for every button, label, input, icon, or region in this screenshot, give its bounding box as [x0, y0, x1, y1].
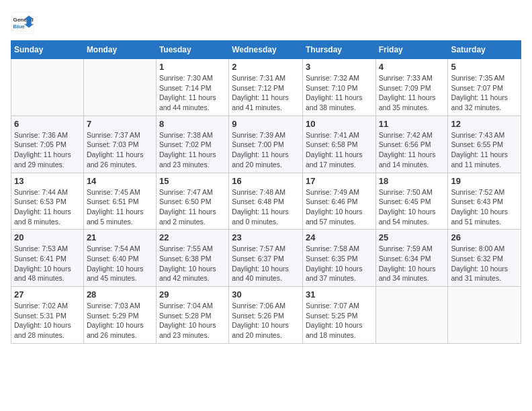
calendar-cell [83, 59, 156, 116]
svg-text:Blue: Blue [13, 24, 26, 30]
calendar-cell: 4Sunrise: 7:33 AM Sunset: 7:09 PM Daylig… [375, 59, 448, 116]
day-info: Sunrise: 7:55 AM Sunset: 6:38 PM Dayligh… [159, 244, 226, 283]
calendar-week-2: 6Sunrise: 7:36 AM Sunset: 7:05 PM Daylig… [11, 116, 521, 173]
day-number: 30 [232, 289, 300, 300]
day-info: Sunrise: 7:44 AM Sunset: 6:53 PM Dayligh… [14, 187, 81, 227]
calendar-cell: 26Sunrise: 8:00 AM Sunset: 6:32 PM Dayli… [448, 230, 521, 287]
calendar-body: 1Sunrise: 7:30 AM Sunset: 7:14 PM Daylig… [11, 59, 521, 344]
day-info: Sunrise: 7:30 AM Sunset: 7:14 PM Dayligh… [159, 73, 226, 113]
day-info: Sunrise: 7:42 AM Sunset: 6:56 PM Dayligh… [379, 130, 445, 170]
calendar-cell: 11Sunrise: 7:42 AM Sunset: 6:56 PM Dayli… [375, 116, 448, 173]
day-info: Sunrise: 7:59 AM Sunset: 6:34 PM Dayligh… [379, 244, 445, 283]
day-number: 10 [306, 119, 373, 129]
calendar-table: SundayMondayTuesdayWednesdayThursdayFrid… [11, 40, 521, 344]
day-number: 13 [14, 176, 81, 186]
calendar-cell: 21Sunrise: 7:54 AM Sunset: 6:40 PM Dayli… [83, 230, 156, 287]
calendar-cell: 5Sunrise: 7:35 AM Sunset: 7:07 PM Daylig… [448, 59, 521, 116]
calendar-cell: 12Sunrise: 7:43 AM Sunset: 6:55 PM Dayli… [448, 116, 521, 173]
day-info: Sunrise: 7:47 AM Sunset: 6:50 PM Dayligh… [159, 187, 226, 227]
day-info: Sunrise: 7:03 AM Sunset: 5:29 PM Dayligh… [87, 301, 153, 340]
day-info: Sunrise: 7:06 AM Sunset: 5:26 PM Dayligh… [232, 301, 300, 340]
day-info: Sunrise: 7:32 AM Sunset: 7:10 PM Dayligh… [306, 73, 373, 113]
day-number: 16 [232, 176, 300, 186]
day-info: Sunrise: 7:37 AM Sunset: 7:03 PM Dayligh… [87, 130, 153, 170]
calendar-cell: 9Sunrise: 7:39 AM Sunset: 7:00 PM Daylig… [229, 116, 303, 173]
logo-icon: General Blue [11, 11, 35, 35]
day-number: 28 [87, 289, 153, 300]
day-number: 29 [159, 289, 226, 300]
day-info: Sunrise: 7:07 AM Sunset: 5:25 PM Dayligh… [306, 301, 373, 340]
calendar-cell [448, 287, 521, 344]
calendar-cell: 1Sunrise: 7:30 AM Sunset: 7:14 PM Daylig… [156, 59, 228, 116]
day-number: 9 [232, 119, 300, 129]
calendar-header: SundayMondayTuesdayWednesdayThursdayFrid… [11, 41, 521, 59]
calendar-week-4: 20Sunrise: 7:53 AM Sunset: 6:41 PM Dayli… [11, 230, 521, 287]
day-info: Sunrise: 7:04 AM Sunset: 5:28 PM Dayligh… [159, 301, 226, 340]
calendar-week-5: 27Sunrise: 7:02 AM Sunset: 5:31 PM Dayli… [11, 287, 521, 344]
column-header-friday: Friday [375, 41, 448, 59]
day-number: 3 [306, 62, 373, 72]
calendar-cell: 25Sunrise: 7:59 AM Sunset: 6:34 PM Dayli… [375, 230, 448, 287]
day-number: 27 [14, 289, 81, 300]
calendar-cell: 22Sunrise: 7:55 AM Sunset: 6:38 PM Dayli… [156, 230, 228, 287]
calendar-cell: 7Sunrise: 7:37 AM Sunset: 7:03 PM Daylig… [83, 116, 156, 173]
day-number: 26 [451, 232, 518, 242]
calendar-cell: 30Sunrise: 7:06 AM Sunset: 5:26 PM Dayli… [229, 287, 303, 344]
day-number: 11 [379, 119, 445, 129]
day-info: Sunrise: 7:31 AM Sunset: 7:12 PM Dayligh… [232, 73, 300, 113]
day-number: 5 [451, 62, 518, 72]
day-info: Sunrise: 7:38 AM Sunset: 7:02 PM Dayligh… [159, 130, 226, 170]
day-info: Sunrise: 7:45 AM Sunset: 6:51 PM Dayligh… [87, 187, 153, 227]
column-header-wednesday: Wednesday [229, 41, 303, 59]
calendar-cell: 10Sunrise: 7:41 AM Sunset: 6:58 PM Dayli… [302, 116, 375, 173]
calendar-cell: 16Sunrise: 7:48 AM Sunset: 6:48 PM Dayli… [229, 173, 303, 230]
day-info: Sunrise: 7:54 AM Sunset: 6:40 PM Dayligh… [87, 244, 153, 283]
calendar-cell: 27Sunrise: 7:02 AM Sunset: 5:31 PM Dayli… [11, 287, 84, 344]
day-info: Sunrise: 7:41 AM Sunset: 6:58 PM Dayligh… [306, 130, 373, 170]
day-number: 1 [159, 62, 226, 72]
day-number: 19 [451, 176, 518, 186]
day-info: Sunrise: 7:48 AM Sunset: 6:48 PM Dayligh… [232, 187, 300, 227]
calendar-week-1: 1Sunrise: 7:30 AM Sunset: 7:14 PM Daylig… [11, 59, 521, 116]
day-number: 31 [306, 289, 373, 300]
calendar-cell: 2Sunrise: 7:31 AM Sunset: 7:12 PM Daylig… [229, 59, 303, 116]
calendar-cell [11, 59, 84, 116]
day-number: 24 [306, 232, 373, 242]
day-number: 23 [232, 232, 300, 242]
calendar-cell: 23Sunrise: 7:57 AM Sunset: 6:37 PM Dayli… [229, 230, 303, 287]
column-header-saturday: Saturday [448, 41, 521, 59]
day-number: 14 [87, 176, 153, 186]
day-info: Sunrise: 7:52 AM Sunset: 6:43 PM Dayligh… [451, 187, 518, 227]
day-info: Sunrise: 7:50 AM Sunset: 6:45 PM Dayligh… [379, 187, 445, 227]
calendar-cell: 29Sunrise: 7:04 AM Sunset: 5:28 PM Dayli… [156, 287, 228, 344]
day-number: 22 [159, 232, 226, 242]
calendar-cell: 14Sunrise: 7:45 AM Sunset: 6:51 PM Dayli… [83, 173, 156, 230]
calendar-cell: 15Sunrise: 7:47 AM Sunset: 6:50 PM Dayli… [156, 173, 228, 230]
page-header: General Blue [11, 11, 521, 35]
calendar-cell: 17Sunrise: 7:49 AM Sunset: 6:46 PM Dayli… [302, 173, 375, 230]
logo: General Blue [11, 11, 35, 35]
calendar-cell: 8Sunrise: 7:38 AM Sunset: 7:02 PM Daylig… [156, 116, 228, 173]
calendar-cell: 18Sunrise: 7:50 AM Sunset: 6:45 PM Dayli… [375, 173, 448, 230]
day-number: 25 [379, 232, 445, 242]
day-info: Sunrise: 7:49 AM Sunset: 6:46 PM Dayligh… [306, 187, 373, 227]
calendar-cell: 3Sunrise: 7:32 AM Sunset: 7:10 PM Daylig… [302, 59, 375, 116]
day-number: 20 [14, 232, 81, 242]
day-number: 7 [87, 119, 153, 129]
calendar-cell: 24Sunrise: 7:58 AM Sunset: 6:35 PM Dayli… [302, 230, 375, 287]
day-number: 12 [451, 119, 518, 129]
day-number: 15 [159, 176, 226, 186]
day-number: 4 [379, 62, 445, 72]
day-info: Sunrise: 7:02 AM Sunset: 5:31 PM Dayligh… [14, 301, 81, 340]
day-info: Sunrise: 8:00 AM Sunset: 6:32 PM Dayligh… [451, 244, 518, 283]
day-info: Sunrise: 7:43 AM Sunset: 6:55 PM Dayligh… [451, 130, 518, 170]
calendar-cell: 13Sunrise: 7:44 AM Sunset: 6:53 PM Dayli… [11, 173, 84, 230]
calendar-cell: 31Sunrise: 7:07 AM Sunset: 5:25 PM Dayli… [302, 287, 375, 344]
day-number: 21 [87, 232, 153, 242]
day-number: 8 [159, 119, 226, 129]
day-number: 2 [232, 62, 300, 72]
calendar-cell: 28Sunrise: 7:03 AM Sunset: 5:29 PM Dayli… [83, 287, 156, 344]
calendar-cell [375, 287, 448, 344]
day-info: Sunrise: 7:57 AM Sunset: 6:37 PM Dayligh… [232, 244, 300, 283]
day-number: 17 [306, 176, 373, 186]
